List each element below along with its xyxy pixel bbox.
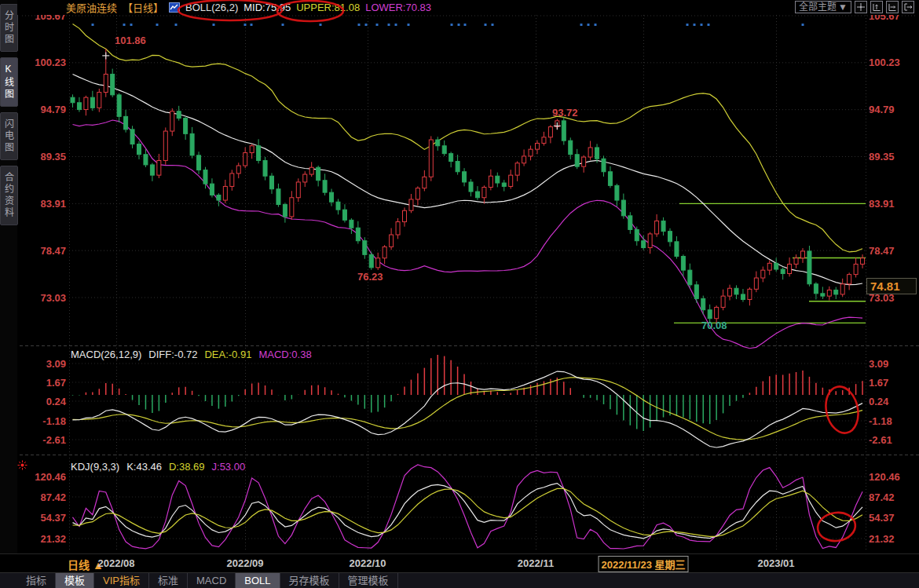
signal-dots [92,24,804,26]
y-axis-label: 100.23 [35,57,66,68]
macd-title: MACD(26,12,9) [71,349,141,360]
boll-params-label: BOLL(26,2) [185,2,238,13]
trading-app-window: 105.67105.67100.23100.2394.7994.7989.358… [0,0,919,588]
kdj-j-value: J:53.00 [212,461,246,473]
y-axis-label: 78.47 [40,245,66,257]
y-axis-label: 0.24 [869,396,889,407]
tab-标准[interactable]: 标准 [149,573,188,588]
zoom-horizontal-icon[interactable] [886,1,899,13]
y-axis-label: 87.42 [869,491,895,503]
kdj-panel-series [73,465,863,549]
zoom-vertical-icon[interactable] [870,1,883,13]
sidebar: 分时图K线图闪电图合约资料 [0,0,17,553]
date-tick-label: 2022/08 [98,557,135,569]
y-axis-label: -2.61 [869,434,892,446]
y-axis-label: 83.91 [40,198,66,210]
crosshair-icon[interactable] [855,1,867,13]
sidebar-item-K线图[interactable]: K线图 [0,57,18,107]
sidebar-item-合约资料[interactable]: 合约资料 [0,166,18,225]
y-axis-label: -2.61 [42,434,66,446]
y-axis-label: 54.37 [40,512,66,524]
y-axis-label: 21.32 [40,533,66,545]
period-label: 日线 [68,559,90,572]
y-axis-label: 78.47 [869,245,895,257]
y-axis-label: 100.23 [869,57,900,68]
theme-dropdown-label: 全部主题 [799,2,837,13]
y-axis-label: -1.18 [42,415,66,427]
sidebar-item-分时图[interactable]: 分时图 [0,4,18,52]
y-axis-label: 87.42 [40,491,66,503]
alert-icon [17,459,27,473]
date-tick-label: 2022/09 [227,557,264,569]
date-tick-label: 2022/10 [350,557,386,569]
y-axis-label: 94.79 [869,104,895,115]
low-annotation: 76.23 [357,271,383,283]
y-axis-label: 1.67 [46,377,66,389]
theme-dropdown[interactable]: 全部主题 ▼ [795,1,851,13]
y-axis-label: 1.67 [869,377,888,389]
crosshair-date-label: 2022/11/23 星期三 [599,556,689,572]
y-axis-label: 83.91 [869,198,895,210]
bottom-tabbar: 指标模板VIP指标标准MACDBOLL另存模板管理模板 [0,572,919,588]
candlestick-series [71,49,865,325]
period-tag: 【日线】 [123,0,163,15]
y-axis-label: 0.24 [46,396,67,407]
chart-header: 美原油连续 【日线】 BOLL(26,2) MID:75.95 UPPER:81… [17,0,919,15]
y-axis-label: 120.46 [869,471,900,483]
macd-panel-series [73,355,863,447]
tab-管理模板[interactable]: 管理模板 [339,573,398,588]
tab-BOLL[interactable]: BOLL [236,573,280,588]
y-axis-label: -1.18 [869,415,892,427]
header-toolbar: 全部主题 ▼ [795,1,914,13]
date-axis: 日线 ▲ 2022/082022/092022/102022/112022/11… [0,553,919,572]
tab-另存模板[interactable]: 另存模板 [280,573,339,588]
chevron-down-icon: ▼ [838,2,848,13]
last-price-badge: 74.81 [866,278,917,294]
tab-模板[interactable]: 模板 [56,573,94,588]
y-axis-label: 120.46 [35,471,66,483]
main-chart-canvas[interactable]: 105.67105.67100.23100.2394.7994.7989.358… [0,0,919,588]
macd-panel-header: MACD(26,12,9) DIFF:-0.72 DEA:-0.91 MACD:… [71,349,312,360]
y-axis-label: 94.79 [40,104,66,115]
y-axis-label: 3.09 [869,358,888,370]
tab-MACD[interactable]: MACD [188,573,236,588]
boll-upper-value: UPPER:81.08 [296,2,360,13]
symbol-title: 美原油连续 [66,0,117,15]
y-axis-label: 21.32 [869,533,895,545]
date-tick-label: 2023/01 [758,557,795,569]
high-annotation: 101.86 [115,35,146,46]
kdj-title: KDJ(9,3,3) [71,461,119,473]
boll-mid-value: MID:75.95 [243,2,291,13]
kdj-k-value: K:43.46 [126,461,162,473]
macd-macd-value: MACD:0.38 [258,349,311,360]
low-annotation: 70.08 [701,320,727,331]
y-axis-label: 89.35 [40,151,66,163]
tab-指标[interactable]: 指标 [17,573,56,588]
date-tick-label: 2022/11 [518,557,554,569]
sidebar-item-闪电图[interactable]: 闪电图 [0,112,18,160]
kdj-panel-header: KDJ(9,3,3) K:43.46 D:38.69 J:53.00 [71,461,245,473]
kdj-d-value: D:38.69 [169,461,205,473]
y-axis-label: 73.03 [40,292,66,304]
boll-lower-value: LOWER:70.83 [365,2,431,13]
y-axis-label: 89.35 [869,151,895,163]
y-axis-label: 54.37 [869,512,895,524]
indicator-icon [169,2,180,13]
y-axis-label: 3.09 [46,358,66,370]
tab-VIP指标[interactable]: VIP指标 [94,573,149,588]
macd-diff-value: DIFF:-0.72 [148,349,197,360]
high-annotation: 93.72 [552,107,578,119]
exit-icon[interactable] [902,1,914,13]
macd-dea-value: DEA:-0.91 [204,349,251,360]
